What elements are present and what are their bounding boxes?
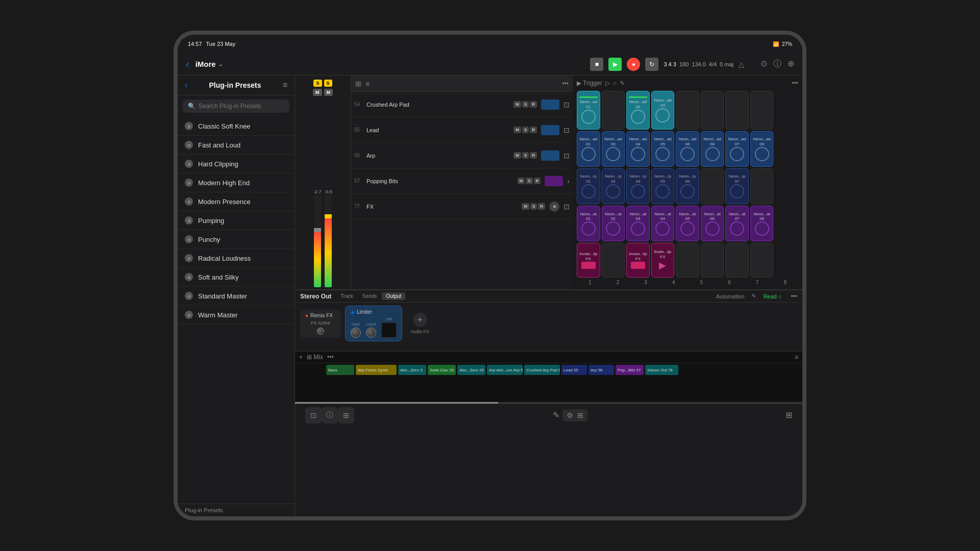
record-btn[interactable]: R: [530, 127, 537, 133]
solo-btn[interactable]: S: [526, 178, 532, 184]
solo-button-2[interactable]: S: [324, 80, 332, 87]
pad-cell[interactable]: Neon...rp 03: [602, 168, 625, 204]
pad-cell[interactable]: Neon...at 07: [725, 206, 749, 241]
info-button[interactable]: ⓘ: [322, 407, 338, 423]
pencil-icon[interactable]: ✎: [553, 410, 559, 420]
sends-tab[interactable]: Sends: [358, 292, 381, 300]
record-btn[interactable]: R: [534, 178, 541, 184]
list-item[interactable]: Lead 55: [561, 365, 587, 375]
solo-btn[interactable]: S: [522, 152, 529, 159]
list-item[interactable]: Stereo Out 78: [645, 365, 678, 375]
mute-button-2[interactable]: M: [324, 89, 333, 96]
track-expand-icon[interactable]: ⊡: [564, 152, 570, 160]
pad-cell[interactable]: Neon...at 02: [602, 206, 625, 241]
pad-cell[interactable]: Neon...ad 04: [626, 131, 650, 167]
solo-btn[interactable]: S: [522, 101, 529, 108]
pad-cell[interactable]: Neon...rp 07: [725, 168, 749, 204]
settings-view-icon[interactable]: ⚙: [567, 411, 573, 419]
preset-item-radical-loudness[interactable]: ◉ Radical Loudness: [178, 249, 295, 268]
pad-cell[interactable]: Butte...lip FX ▶: [651, 243, 675, 278]
loop-button[interactable]: ↻: [645, 58, 658, 71]
camera-button[interactable]: ⊡: [305, 407, 322, 423]
add-fx-button[interactable]: +: [413, 313, 427, 327]
output-tab[interactable]: Output: [382, 292, 405, 300]
list-item[interactable]: Blip Fields Synth: [356, 365, 397, 375]
mute-btn[interactable]: M: [522, 203, 529, 210]
pad-cell[interactable]: [701, 243, 724, 278]
mute-btn[interactable]: M: [513, 152, 521, 159]
remix-fx-block[interactable]: ● Remix FX FX Active: [300, 310, 341, 338]
pad-cell[interactable]: Neon...at 05: [676, 206, 699, 241]
pad-cell[interactable]: Neon...ad 02: [626, 91, 650, 130]
solo-btn[interactable]: S: [522, 127, 529, 133]
preset-item-modern-high-end[interactable]: ◉ Modern High End: [178, 173, 295, 192]
mute-btn[interactable]: M: [513, 127, 521, 133]
pad-cell[interactable]: Neon...rp 04: [626, 168, 650, 204]
pad-cell[interactable]: Neon...ad 03: [602, 131, 625, 167]
preset-item-soft-and-silky[interactable]: ◉ Soft and Silky: [178, 268, 295, 287]
remix-fx-knob[interactable]: [317, 328, 324, 335]
search-input[interactable]: [199, 103, 284, 110]
track-level-knob[interactable]: ◉: [549, 202, 559, 212]
collapse-button[interactable]: ≡: [795, 354, 798, 361]
pad-cell[interactable]: Neon...ad 03: [651, 91, 675, 130]
pad-cell[interactable]: [750, 168, 774, 204]
list-item[interactable]: Abs...Zero 3: [398, 365, 426, 375]
eq-icon[interactable]: ⊞: [786, 410, 792, 420]
preset-item-punchy[interactable]: ◉ Punchy: [178, 230, 295, 249]
pad-cell[interactable]: [602, 243, 625, 278]
record-btn[interactable]: R: [530, 152, 537, 159]
solo-btn[interactable]: S: [530, 203, 537, 210]
pad-cell[interactable]: Neon...ad 01: [577, 131, 600, 167]
pad-cell[interactable]: [775, 91, 798, 130]
list-item[interactable]: Arp 56: [589, 365, 614, 375]
grid-view-icon[interactable]: ⊞: [355, 80, 361, 88]
preset-item-pumping[interactable]: ◉ Pumping: [178, 211, 295, 230]
pad-cell[interactable]: Neon...ad 09: [750, 131, 774, 167]
play-button[interactable]: ▶: [608, 58, 622, 71]
pads-edit-icon[interactable]: ✎: [620, 80, 625, 87]
pad-cell[interactable]: Neon...at 04: [651, 206, 675, 241]
pad-cell[interactable]: Invasi...lip FX: [626, 243, 650, 278]
record-btn[interactable]: R: [530, 101, 537, 108]
mute-btn[interactable]: M: [513, 101, 521, 108]
pad-cell[interactable]: Neon...at 08: [750, 206, 774, 241]
list-item[interactable]: Crushed Arp Pad 54: [524, 365, 560, 375]
pad-cell[interactable]: Neon...at 03: [626, 206, 650, 241]
sidebar-back-button[interactable]: ‹: [185, 81, 187, 90]
pad-cell[interactable]: Invasi...lip FX: [577, 243, 600, 278]
record-button[interactable]: ●: [627, 58, 640, 71]
preset-item-fast-and-loud[interactable]: ◉ Fast and Loud: [178, 136, 295, 155]
list-item[interactable]: Bass: [326, 365, 354, 375]
list-item[interactable]: Solid Clav 29: [428, 365, 456, 375]
preset-item-modern-presence[interactable]: ◉ Modern Presence: [178, 192, 295, 211]
pad-cell[interactable]: [750, 91, 774, 130]
pads-loop-icon[interactable]: ○: [613, 80, 617, 87]
pad-cell[interactable]: Neon...rp 06: [676, 168, 699, 204]
pads-play-icon[interactable]: ▷: [605, 80, 610, 87]
list-item[interactable]: Pop...Bits 57: [616, 365, 644, 375]
track-expand-icon[interactable]: ⊡: [564, 203, 570, 211]
mute-btn[interactable]: M: [518, 178, 525, 184]
track-expand-icon[interactable]: ⊡: [564, 101, 570, 109]
add-track-button[interactable]: +: [299, 354, 303, 361]
tracks-more-icon[interactable]: •••: [562, 80, 569, 87]
pad-cell[interactable]: [701, 91, 724, 130]
pad-cell[interactable]: Neon...ad 06: [676, 131, 699, 167]
pad-cell[interactable]: [775, 168, 798, 204]
gain-knob[interactable]: [351, 328, 361, 338]
more-icon[interactable]: ⊕: [788, 59, 794, 69]
pad-cell[interactable]: Neon...ad 08: [701, 131, 724, 167]
grid-button[interactable]: ⊞: [338, 407, 354, 423]
stop-button[interactable]: ■: [590, 58, 603, 71]
metronome-button[interactable]: △: [739, 60, 744, 68]
sidebar-filter-icon[interactable]: ≡: [283, 81, 287, 90]
pad-cell[interactable]: [602, 91, 625, 130]
pad-cell[interactable]: Neon...at 01: [577, 206, 600, 241]
track-expand-icon[interactable]: ⊡: [564, 126, 570, 134]
pad-cell[interactable]: Neon...ad 05: [651, 131, 675, 167]
preset-item-standard-master[interactable]: ◉ Standard Master: [178, 287, 295, 306]
back-button[interactable]: ‹: [186, 58, 189, 70]
pad-cell[interactable]: [701, 168, 724, 204]
pad-cell[interactable]: [775, 243, 798, 278]
